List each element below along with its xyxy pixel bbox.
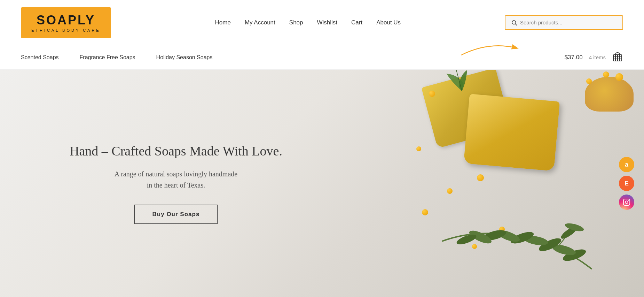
amazon-icon[interactable]: a [619, 157, 634, 172]
hero-decoration [331, 70, 644, 297]
nav-fragrance-free-soaps[interactable]: Fragrance Free Soaps [80, 54, 135, 61]
hero-cta-button[interactable]: Buy Our Soaps [134, 205, 218, 224]
berry-1 [429, 91, 435, 97]
logo-subtitle: ETHICAL BODY CARE [31, 28, 101, 32]
berry-top-2 [603, 71, 609, 78]
social-icons: a E [619, 157, 634, 210]
nav-cart[interactable]: Cart [351, 19, 362, 26]
main-nav: Home My Account Shop Wishlist Cart About… [215, 19, 401, 26]
berries-bowl [585, 77, 634, 112]
svg-point-22 [625, 201, 628, 203]
svg-line-1 [515, 24, 517, 25]
sub-nav-links: Scented Soaps Fragrance Free Soaps Holid… [21, 54, 213, 61]
hero-subtitle: A range of natural soaps lovingly handma… [70, 168, 282, 191]
nav-holiday-season-soaps[interactable]: Holiday Season Soaps [156, 54, 213, 61]
cart-icon[interactable] [612, 51, 623, 64]
nav-wishlist[interactable]: Wishlist [317, 19, 338, 26]
search-icon [511, 20, 517, 26]
svg-point-23 [628, 200, 629, 201]
hero-title: Hand – Crafted Soaps Made With Love. [70, 143, 282, 160]
cart-summary: $37.00 4 items [565, 51, 623, 64]
search-box [505, 15, 623, 30]
nav-my-account[interactable]: My Account [245, 19, 275, 26]
search-input[interactable] [520, 20, 617, 25]
berry-top-3 [586, 78, 592, 84]
nav-shop[interactable]: Shop [289, 19, 303, 26]
site-header: SOAPLY ETHICAL BODY CARE Home My Account… [0, 0, 644, 45]
berry-top-1 [615, 73, 623, 81]
berry-2 [416, 146, 421, 151]
soap-bar-2 [464, 94, 560, 171]
svg-rect-21 [623, 199, 630, 205]
olive-branch [435, 172, 609, 276]
berry-4 [422, 209, 428, 215]
etsy-icon[interactable]: E [619, 176, 634, 191]
logo-title: SOAPLY [31, 13, 101, 28]
nav-about-us[interactable]: About Us [376, 19, 401, 26]
instagram-icon[interactable] [619, 195, 634, 210]
nav-home[interactable]: Home [215, 19, 231, 26]
cart-price: $37.00 [565, 54, 583, 61]
hero-section: Hand – Crafted Soaps Made With Love. A r… [0, 70, 644, 297]
sub-nav: Scented Soaps Fragrance Free Soaps Holid… [0, 45, 644, 70]
cart-items-count: 4 items [589, 54, 606, 60]
nav-scented-soaps[interactable]: Scented Soaps [21, 54, 59, 61]
logo[interactable]: SOAPLY ETHICAL BODY CARE [21, 7, 111, 38]
hero-text: Hand – Crafted Soaps Made With Love. A r… [70, 143, 282, 224]
